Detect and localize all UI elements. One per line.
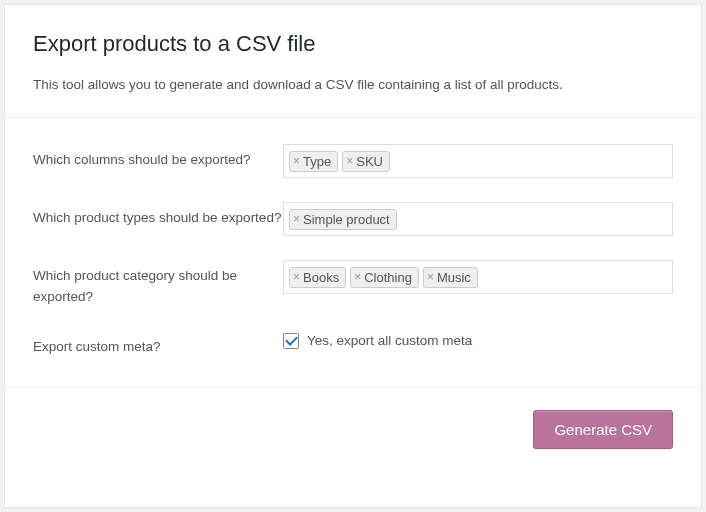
tag-label: Music: [437, 270, 471, 285]
custom-meta-checkbox-label[interactable]: Yes, export all custom meta: [307, 333, 472, 348]
tag-music: × Music: [423, 267, 478, 288]
export-panel: Export products to a CSV file This tool …: [4, 4, 702, 508]
tag-label: SKU: [356, 154, 383, 169]
custom-meta-checkbox[interactable]: [283, 333, 299, 349]
label-custom-meta: Export custom meta?: [33, 331, 283, 357]
tag-type: × Type: [289, 151, 338, 172]
tag-label: Type: [303, 154, 331, 169]
remove-icon[interactable]: ×: [346, 155, 353, 167]
label-columns: Which columns should be exported?: [33, 144, 283, 170]
row-categories: Which product category should be exporte…: [33, 248, 673, 319]
tag-label: Simple product: [303, 212, 390, 227]
row-product-types: Which product types should be exported? …: [33, 190, 673, 248]
tag-sku: × SKU: [342, 151, 390, 172]
product-types-input[interactable]: × Simple product: [283, 202, 673, 236]
label-product-types: Which product types should be exported?: [33, 202, 283, 228]
remove-icon[interactable]: ×: [293, 155, 300, 167]
tag-label: Books: [303, 270, 339, 285]
categories-input[interactable]: × Books × Clothing × Music: [283, 260, 673, 294]
tag-simple-product: × Simple product: [289, 209, 397, 230]
row-custom-meta: Export custom meta? Yes, export all cust…: [33, 319, 673, 369]
columns-input[interactable]: × Type × SKU: [283, 144, 673, 178]
row-columns: Which columns should be exported? × Type…: [33, 132, 673, 190]
remove-icon[interactable]: ×: [354, 271, 361, 283]
remove-icon[interactable]: ×: [293, 271, 300, 283]
panel-header: Export products to a CSV file This tool …: [5, 5, 701, 117]
remove-icon[interactable]: ×: [293, 213, 300, 225]
tag-books: × Books: [289, 267, 346, 288]
tag-clothing: × Clothing: [350, 267, 419, 288]
remove-icon[interactable]: ×: [427, 271, 434, 283]
panel-footer: Generate CSV: [5, 388, 701, 471]
form-section: Which columns should be exported? × Type…: [5, 117, 701, 388]
generate-csv-button[interactable]: Generate CSV: [533, 410, 673, 449]
tag-label: Clothing: [364, 270, 412, 285]
page-title: Export products to a CSV file: [33, 31, 673, 57]
page-description: This tool allows you to generate and dow…: [33, 75, 673, 95]
label-categories: Which product category should be exporte…: [33, 260, 283, 307]
